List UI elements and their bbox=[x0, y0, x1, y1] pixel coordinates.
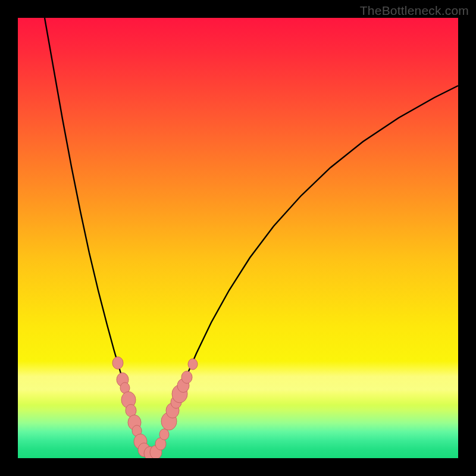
data-markers bbox=[112, 357, 198, 458]
curve-left-branch bbox=[45, 18, 145, 451]
data-marker bbox=[159, 429, 169, 440]
curve-right-branch bbox=[157, 86, 458, 451]
data-marker bbox=[181, 371, 192, 384]
watermark-text: TheBottleneck.com bbox=[360, 4, 469, 18]
data-marker bbox=[112, 357, 123, 369]
data-marker bbox=[188, 359, 198, 369]
outer-frame: TheBottleneck.com bbox=[0, 0, 476, 476]
chart-svg bbox=[18, 18, 458, 458]
plot-area bbox=[18, 18, 458, 458]
